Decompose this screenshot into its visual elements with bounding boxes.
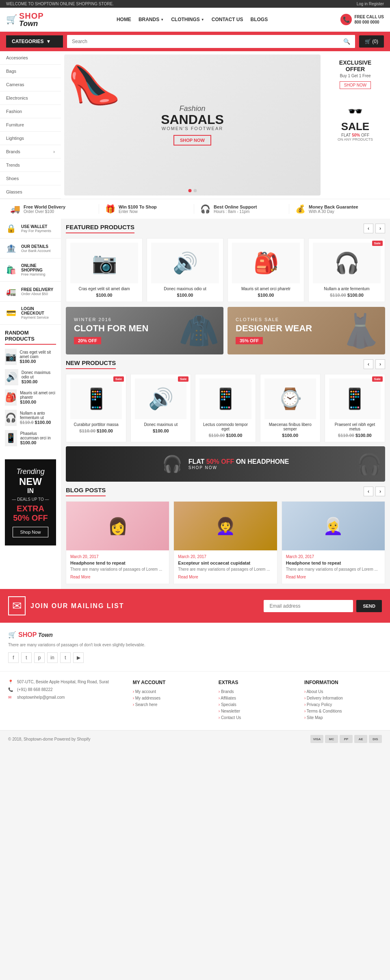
blog-read-more-2[interactable]: Read More xyxy=(178,575,198,579)
blog-read-more-1[interactable]: Read More xyxy=(70,575,90,579)
exclusive-shop-now-button[interactable]: SHOP NOW xyxy=(340,81,371,89)
info-about-link[interactable]: About Us xyxy=(304,689,382,694)
pinterest-icon[interactable]: p xyxy=(34,652,45,663)
widget-wallet-title: USE WALLET xyxy=(21,224,51,229)
feature-money-back: 💰 Money Back Guarantee With A 30 Day xyxy=(291,204,384,214)
mail-right: SEND xyxy=(264,600,382,612)
product-img-4: 🎧 xyxy=(313,243,381,283)
facebook-icon[interactable]: f xyxy=(8,652,19,663)
hero-banner: 👠 Fashion SANDALS WOMEN'S FOOTWEAR SHOP … xyxy=(64,54,321,196)
hero-area: 👠 Fashion SANDALS WOMEN'S FOOTWEAR SHOP … xyxy=(61,51,390,199)
trending-label: Trending xyxy=(11,467,50,476)
info-sitemap-link[interactable]: Site Map xyxy=(304,715,382,720)
headphone-right-icon: 🎧 xyxy=(357,452,382,476)
email-input[interactable] xyxy=(264,600,353,612)
blog-desc-3: There are many variations of passages of… xyxy=(286,567,381,571)
featured-next-button[interactable]: › xyxy=(375,224,385,233)
info-terms-link[interactable]: Terms & Conditions xyxy=(304,709,382,713)
headphone-banner: 🎧 FLAT 50% OFF ON HEADPHONE SHOP NOW 🎧 xyxy=(66,446,385,482)
blog-next-button[interactable]: › xyxy=(375,487,385,496)
cart-button[interactable]: 🛒 (0) xyxy=(359,35,384,48)
new-product-img-2: 🔊 xyxy=(135,378,186,419)
blog-read-more-3[interactable]: Read More xyxy=(286,575,306,579)
search-here-link[interactable]: Search here xyxy=(133,702,210,707)
new-products-title: NEW PRODUCTS xyxy=(66,359,116,369)
sidebar-item-trends[interactable]: Trends xyxy=(0,159,61,172)
youtube-icon[interactable]: ▶ xyxy=(73,652,84,663)
info-delivery-link[interactable]: Delivery Information xyxy=(304,696,382,700)
blog-img-1: 👩 xyxy=(66,502,169,550)
new-product-price-3: $110.00 $100.00 xyxy=(199,433,251,438)
register-link[interactable]: Register xyxy=(369,2,384,6)
sidebar-item-accessories[interactable]: Accesories xyxy=(0,51,61,65)
dot-2[interactable] xyxy=(193,189,197,192)
new-products-nav-arrows: ‹ › xyxy=(364,359,385,369)
footer-extras-col: EXTRAS Brands Affiliates Specials Newsle… xyxy=(219,680,296,722)
new-product-card-3: 📱 Lectus commodo tempor eget $110.00 $10… xyxy=(195,374,256,442)
main-nav: HOME BRANDS ▼ CLOTHINGS ▼ CONTACT US BLO… xyxy=(117,17,268,22)
sidebar-item-cameras[interactable]: Cameras xyxy=(0,78,61,91)
footer-information-col: INFORMATION About Us Delivery Informatio… xyxy=(304,680,382,722)
extras-affiliates-link[interactable]: Affiliates xyxy=(219,696,296,700)
clothes-promo-banner: 👗 CLOTHES SALE DESIGNER WEAR 35% OFF xyxy=(228,307,385,354)
sidebar-item-brands[interactable]: Brands › xyxy=(0,145,61,159)
new-sale-badge-2: Sale xyxy=(178,376,188,382)
hero-content: Fashion SANDALS WOMEN'S FOOTWEAR SHOP NO… xyxy=(161,104,224,146)
widget-free-delivery[interactable]: 🚛 FREE DELIVERY Order About $50 xyxy=(0,282,61,302)
sidebar-item-electronics[interactable]: Electronics xyxy=(0,91,61,105)
search-input[interactable] xyxy=(67,35,338,48)
search-button[interactable]: 🔍 xyxy=(338,35,355,48)
categories-button[interactable]: CATEGORIES ▼ xyxy=(6,35,63,48)
nav-contact[interactable]: CONTACT US xyxy=(212,17,243,22)
nav-home[interactable]: HOME xyxy=(117,17,131,22)
product-card-3: 🎒 Mauris sit amet orci pharetr $100.00 xyxy=(228,238,304,302)
headphone-banner-text: FLAT 50% OFF ON HEADPHONE xyxy=(188,458,289,465)
sidebar-item-fashion[interactable]: Fashion xyxy=(0,105,61,118)
sidebar-item-furniture[interactable]: Furniture xyxy=(0,118,61,132)
trending-shop-now-button[interactable]: Shop Now xyxy=(13,527,49,537)
extras-newsletter-link[interactable]: Newsletter xyxy=(219,709,296,713)
rand-name-3: Mauris sit amet orci pharetr xyxy=(20,391,56,400)
extras-brands-link[interactable]: Brands xyxy=(219,689,296,694)
send-button[interactable]: SEND xyxy=(356,600,382,612)
discover-icon: DIS xyxy=(369,735,382,743)
new-products-next-button[interactable]: › xyxy=(375,359,385,369)
dot-1[interactable] xyxy=(188,189,191,192)
sidebar-item-glasses[interactable]: Glasses xyxy=(0,185,61,199)
extras-specials-link[interactable]: Specials xyxy=(219,702,296,707)
blog-prev-button[interactable]: ‹ xyxy=(364,487,373,496)
info-privacy-link[interactable]: Privacy Policy xyxy=(304,702,382,707)
footer-my-account-col: MY ACCOUNT My account My addresses Searc… xyxy=(133,680,210,722)
hero-shop-now-button[interactable]: SHOP NOW xyxy=(173,135,211,146)
tumblr-icon[interactable]: t xyxy=(60,652,71,663)
widget-our-details[interactable]: 🏦 OUR DETAILS Our Bank Account xyxy=(0,239,61,259)
sidebar-item-bags[interactable]: Bags xyxy=(0,65,61,78)
my-account-link[interactable]: My account xyxy=(133,689,210,694)
nav-brands[interactable]: BRANDS ▼ xyxy=(139,17,164,22)
left-column: 🔒 USE WALLET Pay For Payments 🏦 OUR DETA… xyxy=(0,219,61,589)
phone-icon: 📞 xyxy=(8,687,14,692)
phone-icon: 📞 xyxy=(340,14,352,25)
new-products-prev-button[interactable]: ‹ xyxy=(364,359,373,369)
blog-grid: 👩 March 20, 2017 Headphone tend to repea… xyxy=(66,501,385,584)
blog-header: BLOG POSTS ‹ › xyxy=(66,487,385,496)
sidebar-item-lightings[interactable]: Lightings xyxy=(0,132,61,145)
nav-blogs[interactable]: BLOGS xyxy=(251,17,268,22)
instagram-icon[interactable]: in xyxy=(47,652,58,663)
widget-use-wallet[interactable]: 🔒 USE WALLET Pay For Payments xyxy=(0,219,61,239)
twitter-icon[interactable]: t xyxy=(21,652,32,663)
search-wrap: 🔍 xyxy=(67,35,355,48)
sidebar-item-shoes[interactable]: Shoes xyxy=(0,172,61,185)
widget-login-checkout[interactable]: 💳 LOGIN CHECKOUT Payment Service xyxy=(0,302,61,325)
blog-card-1: 👩 March 20, 2017 Headphone tend to repea… xyxy=(66,501,169,584)
my-addresses-link[interactable]: My addresses xyxy=(133,696,210,700)
new-product-img-1: 📱 xyxy=(70,378,122,419)
nav-clothings[interactable]: CLOTHINGS ▼ xyxy=(171,17,204,22)
product-img-3: 🎒 xyxy=(232,243,300,283)
trending-deals: — DEALS UP TO — xyxy=(11,497,50,502)
extras-contact-link[interactable]: Contact Us xyxy=(219,715,296,720)
mail-icon: ✉ xyxy=(8,596,26,615)
widget-online-shopping[interactable]: 🛍️ ONLINE SHOPPING Free Hamming xyxy=(0,259,61,282)
featured-prev-button[interactable]: ‹ xyxy=(364,224,373,233)
login-link[interactable]: Log in xyxy=(357,2,368,6)
